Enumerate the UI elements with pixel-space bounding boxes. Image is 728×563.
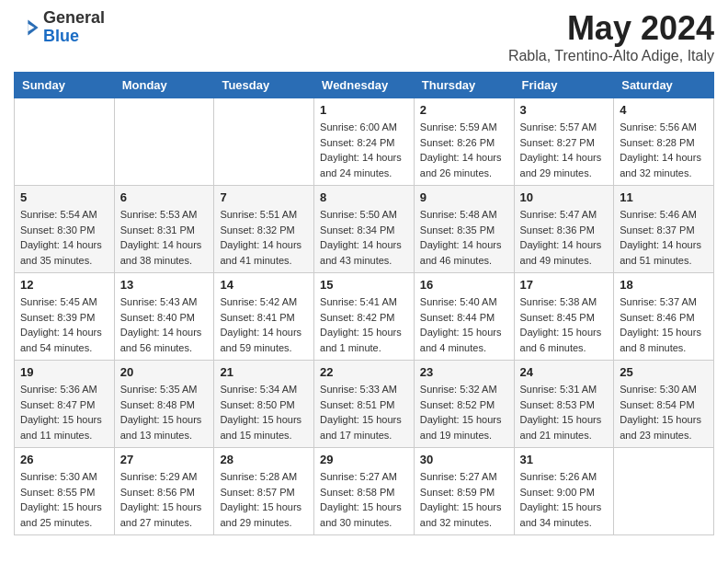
- day-info: Sunrise: 5:27 AMSunset: 8:58 PMDaylight:…: [320, 469, 408, 530]
- calendar-cell: 3Sunrise: 5:57 AMSunset: 8:27 PMDaylight…: [514, 98, 614, 186]
- day-number: 6: [120, 190, 209, 204]
- day-info: Sunrise: 5:33 AMSunset: 8:51 PMDaylight:…: [320, 382, 408, 442]
- calendar-cell: 23Sunrise: 5:32 AMSunset: 8:52 PMDayligh…: [414, 361, 514, 448]
- calendar-week-2: 5Sunrise: 5:54 AMSunset: 8:30 PMDaylight…: [15, 186, 714, 273]
- calendar-cell: 7Sunrise: 5:51 AMSunset: 8:32 PMDaylight…: [214, 186, 314, 273]
- logo-general-text: General: [43, 8, 105, 27]
- calendar-week-4: 19Sunrise: 5:36 AMSunset: 8:47 PMDayligh…: [15, 361, 714, 448]
- day-number: 13: [120, 278, 209, 292]
- calendar-cell: 22Sunrise: 5:33 AMSunset: 8:51 PMDayligh…: [314, 361, 415, 448]
- day-number: 8: [320, 190, 408, 204]
- day-number: 25: [620, 365, 708, 379]
- day-number: 2: [420, 103, 508, 117]
- day-number: 21: [220, 365, 308, 379]
- calendar-header-friday: Friday: [514, 73, 614, 98]
- day-number: 9: [420, 190, 508, 204]
- calendar-cell: 26Sunrise: 5:30 AMSunset: 8:55 PMDayligh…: [15, 448, 115, 535]
- day-info: Sunrise: 5:41 AMSunset: 8:42 PMDaylight:…: [320, 294, 408, 355]
- logo: General Blue: [14, 9, 105, 46]
- day-number: 1: [320, 103, 408, 117]
- calendar-header-sunday: Sunday: [15, 73, 115, 98]
- day-info: Sunrise: 5:51 AMSunset: 8:32 PMDaylight:…: [220, 207, 308, 268]
- calendar-cell: 12Sunrise: 5:45 AMSunset: 8:39 PMDayligh…: [15, 273, 115, 361]
- day-number: 4: [620, 103, 708, 117]
- logo-blue-text: Blue: [43, 27, 79, 45]
- logo-icon: [14, 15, 40, 40]
- calendar-cell: 8Sunrise: 5:50 AMSunset: 8:34 PMDaylight…: [314, 186, 415, 273]
- day-number: 16: [420, 278, 508, 292]
- calendar-cell: 17Sunrise: 5:38 AMSunset: 8:45 PMDayligh…: [514, 273, 614, 361]
- calendar-cell: 13Sunrise: 5:43 AMSunset: 8:40 PMDayligh…: [114, 273, 214, 361]
- day-info: Sunrise: 5:48 AMSunset: 8:35 PMDaylight:…: [420, 207, 508, 268]
- calendar-cell: 4Sunrise: 5:56 AMSunset: 8:28 PMDaylight…: [614, 98, 714, 186]
- day-info: Sunrise: 5:57 AMSunset: 8:27 PMDaylight:…: [520, 120, 609, 180]
- day-number: 3: [520, 103, 609, 117]
- calendar-cell: 16Sunrise: 5:40 AMSunset: 8:44 PMDayligh…: [414, 273, 514, 361]
- day-info: Sunrise: 5:53 AMSunset: 8:31 PMDaylight:…: [120, 207, 209, 268]
- calendar-header-saturday: Saturday: [614, 73, 714, 98]
- day-number: 12: [20, 278, 108, 292]
- day-number: 30: [420, 453, 508, 466]
- page: General Blue May 2024 Rabla, Trentino-Al…: [0, 0, 728, 549]
- day-number: 31: [520, 453, 609, 466]
- day-number: 26: [20, 453, 108, 466]
- calendar-header-row: SundayMondayTuesdayWednesdayThursdayFrid…: [15, 73, 714, 98]
- header: General Blue May 2024 Rabla, Trentino-Al…: [14, 9, 714, 64]
- day-info: Sunrise: 5:54 AMSunset: 8:30 PMDaylight:…: [20, 207, 108, 268]
- logo-text: General Blue: [43, 9, 105, 46]
- day-number: 29: [320, 453, 408, 466]
- day-number: 7: [220, 190, 308, 204]
- day-info: Sunrise: 5:59 AMSunset: 8:26 PMDaylight:…: [420, 120, 508, 180]
- day-info: Sunrise: 5:34 AMSunset: 8:50 PMDaylight:…: [220, 382, 308, 442]
- day-info: Sunrise: 5:56 AMSunset: 8:28 PMDaylight:…: [620, 120, 708, 180]
- day-info: Sunrise: 5:30 AMSunset: 8:55 PMDaylight:…: [20, 469, 108, 530]
- calendar-cell: 27Sunrise: 5:29 AMSunset: 8:56 PMDayligh…: [114, 448, 214, 535]
- day-info: Sunrise: 5:30 AMSunset: 8:54 PMDaylight:…: [620, 382, 708, 442]
- day-info: Sunrise: 5:50 AMSunset: 8:34 PMDaylight:…: [320, 207, 408, 268]
- calendar-header-tuesday: Tuesday: [214, 73, 314, 98]
- calendar-cell: 6Sunrise: 5:53 AMSunset: 8:31 PMDaylight…: [114, 186, 214, 273]
- calendar-table: SundayMondayTuesdayWednesdayThursdayFrid…: [14, 72, 714, 535]
- calendar-cell: [214, 98, 314, 186]
- day-info: Sunrise: 5:32 AMSunset: 8:52 PMDaylight:…: [420, 382, 508, 442]
- day-number: 27: [120, 453, 209, 466]
- day-number: 22: [320, 365, 408, 379]
- day-number: 15: [320, 278, 408, 292]
- calendar-cell: 5Sunrise: 5:54 AMSunset: 8:30 PMDaylight…: [15, 186, 115, 273]
- calendar-cell: 25Sunrise: 5:30 AMSunset: 8:54 PMDayligh…: [614, 361, 714, 448]
- calendar-cell: 24Sunrise: 5:31 AMSunset: 8:53 PMDayligh…: [514, 361, 614, 448]
- day-number: 5: [20, 190, 108, 204]
- calendar-cell: [614, 448, 714, 535]
- day-info: Sunrise: 5:36 AMSunset: 8:47 PMDaylight:…: [20, 382, 108, 442]
- calendar-cell: 31Sunrise: 5:26 AMSunset: 9:00 PMDayligh…: [514, 448, 614, 535]
- day-info: Sunrise: 5:29 AMSunset: 8:56 PMDaylight:…: [120, 469, 209, 530]
- month-title: May 2024: [508, 9, 714, 48]
- calendar-cell: 28Sunrise: 5:28 AMSunset: 8:57 PMDayligh…: [214, 448, 314, 535]
- day-info: Sunrise: 5:28 AMSunset: 8:57 PMDaylight:…: [220, 469, 308, 530]
- calendar-cell: 29Sunrise: 5:27 AMSunset: 8:58 PMDayligh…: [314, 448, 415, 535]
- day-number: 24: [520, 365, 609, 379]
- day-number: 14: [220, 278, 308, 292]
- calendar-week-5: 26Sunrise: 5:30 AMSunset: 8:55 PMDayligh…: [15, 448, 714, 535]
- title-block: May 2024 Rabla, Trentino-Alto Adige, Ita…: [508, 9, 714, 64]
- calendar-cell: 11Sunrise: 5:46 AMSunset: 8:37 PMDayligh…: [614, 186, 714, 273]
- calendar-cell: 18Sunrise: 5:37 AMSunset: 8:46 PMDayligh…: [614, 273, 714, 361]
- day-info: Sunrise: 5:45 AMSunset: 8:39 PMDaylight:…: [20, 294, 108, 355]
- day-info: Sunrise: 5:47 AMSunset: 8:36 PMDaylight:…: [520, 207, 609, 268]
- day-info: Sunrise: 5:42 AMSunset: 8:41 PMDaylight:…: [220, 294, 308, 355]
- calendar-cell: [15, 98, 115, 186]
- calendar-week-1: 1Sunrise: 6:00 AMSunset: 8:24 PMDaylight…: [15, 98, 714, 186]
- calendar-cell: 21Sunrise: 5:34 AMSunset: 8:50 PMDayligh…: [214, 361, 314, 448]
- day-number: 11: [620, 190, 708, 204]
- calendar-cell: 2Sunrise: 5:59 AMSunset: 8:26 PMDaylight…: [414, 98, 514, 186]
- day-number: 10: [520, 190, 609, 204]
- day-info: Sunrise: 5:46 AMSunset: 8:37 PMDaylight:…: [620, 207, 708, 268]
- calendar-cell: 15Sunrise: 5:41 AMSunset: 8:42 PMDayligh…: [314, 273, 415, 361]
- calendar-cell: 14Sunrise: 5:42 AMSunset: 8:41 PMDayligh…: [214, 273, 314, 361]
- calendar-cell: 19Sunrise: 5:36 AMSunset: 8:47 PMDayligh…: [15, 361, 115, 448]
- day-number: 20: [120, 365, 209, 379]
- day-number: 28: [220, 453, 308, 466]
- day-info: Sunrise: 5:31 AMSunset: 8:53 PMDaylight:…: [520, 382, 609, 442]
- day-number: 23: [420, 365, 508, 379]
- calendar-cell: 1Sunrise: 6:00 AMSunset: 8:24 PMDaylight…: [314, 98, 415, 186]
